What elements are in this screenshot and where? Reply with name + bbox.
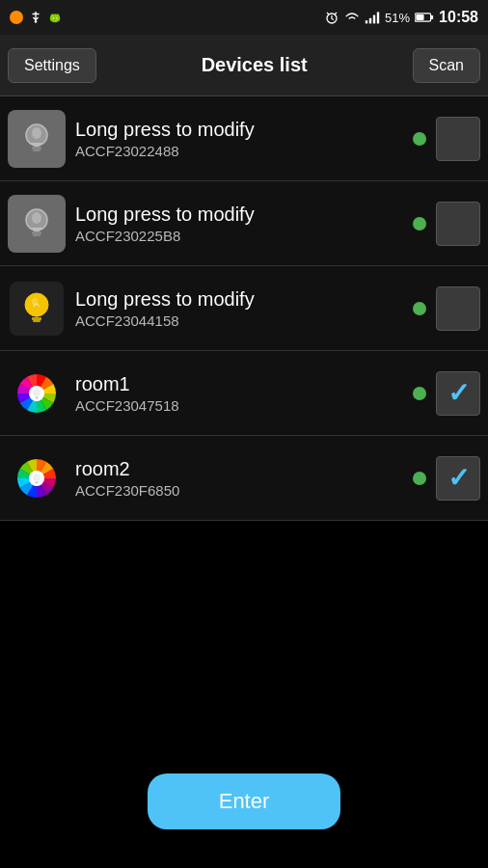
- device-checkbox-1[interactable]: [436, 117, 480, 161]
- svg-rect-15: [416, 14, 423, 20]
- svg-rect-19: [33, 149, 41, 151]
- status-bar-left: [10, 11, 62, 24]
- device-checkbox-4[interactable]: [436, 371, 480, 416]
- svg-rect-34: [36, 397, 39, 399]
- device-icon-3: [8, 280, 66, 338]
- android-icon: [48, 11, 62, 24]
- device-mac: ACCF230F6850: [75, 482, 403, 499]
- online-indicator: [413, 472, 426, 485]
- device-info-3: Long press to modify ACCF23044158: [75, 287, 403, 329]
- scan-button[interactable]: Scan: [413, 48, 480, 83]
- svg-rect-3: [51, 16, 60, 20]
- app-header: Settings Devices list Scan: [0, 35, 488, 96]
- device-mac: ACCF230225B8: [75, 228, 403, 244]
- bulb-icon: [10, 197, 64, 251]
- device-icon-4: [8, 365, 66, 422]
- color-wheel-2-icon: [10, 451, 64, 505]
- device-checkbox-5[interactable]: [436, 456, 480, 501]
- bulb-icon: [10, 112, 64, 166]
- device-checkbox-2[interactable]: [436, 202, 480, 246]
- wifi-icon: [344, 11, 360, 24]
- svg-rect-9: [366, 20, 367, 23]
- device-mac: ACCF23022488: [75, 143, 403, 159]
- online-indicator: [413, 132, 426, 146]
- device-name: room2: [75, 457, 403, 480]
- settings-button[interactable]: Settings: [8, 48, 96, 83]
- signal-icon: [365, 11, 380, 24]
- device-info-4: room1 ACCF23047518: [75, 372, 403, 414]
- svg-rect-10: [369, 18, 371, 24]
- svg-point-20: [32, 127, 41, 139]
- online-indicator: [413, 387, 426, 400]
- svg-rect-18: [32, 147, 41, 149]
- svg-rect-28: [32, 317, 41, 320]
- device-icon-2: [8, 195, 66, 253]
- svg-point-1: [35, 20, 38, 23]
- svg-point-7: [56, 17, 57, 18]
- enter-button[interactable]: Enter: [148, 773, 340, 829]
- svg-rect-24: [33, 234, 41, 236]
- bulb-yellow-icon: [10, 282, 64, 336]
- device-info-1: Long press to modify ACCF23022488: [75, 118, 403, 159]
- svg-rect-14: [431, 15, 434, 19]
- svg-point-0: [10, 11, 23, 24]
- svg-point-37: [33, 474, 41, 481]
- svg-rect-29: [33, 320, 41, 322]
- carrier-icon: [10, 11, 23, 24]
- svg-rect-23: [32, 231, 41, 234]
- svg-rect-12: [377, 12, 379, 23]
- svg-point-33: [33, 389, 41, 396]
- status-bar-right: 51% 10:58: [324, 9, 478, 26]
- online-indicator: [413, 217, 426, 231]
- device-info-5: room2 ACCF230F6850: [75, 457, 403, 499]
- svg-rect-38: [36, 482, 39, 484]
- color-wheel-icon: [10, 366, 64, 420]
- status-time: 10:58: [439, 9, 478, 26]
- list-item: Long press to modify ACCF230225B8: [0, 181, 488, 266]
- svg-point-6: [53, 17, 54, 18]
- usb-icon: [29, 11, 42, 24]
- device-icon-5: [8, 449, 66, 507]
- device-name: Long press to modify: [75, 287, 403, 311]
- list-item: room2 ACCF230F6850: [0, 436, 488, 521]
- alarm-icon: [324, 10, 339, 25]
- device-mac: ACCF23047518: [75, 397, 403, 414]
- svg-point-27: [25, 293, 48, 316]
- status-bar: 51% 10:58: [0, 0, 488, 35]
- device-mac: ACCF23044158: [75, 312, 403, 329]
- list-item: Long press to modify ACCF23022488: [0, 96, 488, 181]
- device-name: Long press to modify: [75, 118, 403, 141]
- device-name: room1: [75, 372, 403, 395]
- svg-point-25: [32, 212, 41, 224]
- list-item: Long press to modify ACCF23044158: [0, 266, 488, 351]
- device-info-2: Long press to modify ACCF230225B8: [75, 203, 403, 244]
- page-title: Devices list: [202, 54, 308, 76]
- svg-rect-11: [373, 15, 375, 24]
- online-indicator: [413, 302, 426, 315]
- battery-icon: [415, 11, 434, 24]
- device-list: Long press to modify ACCF23022488 Long p…: [0, 96, 488, 521]
- enter-button-container: Enter: [148, 773, 340, 829]
- device-name: Long press to modify: [75, 203, 403, 226]
- device-checkbox-3[interactable]: [436, 286, 480, 331]
- list-item: room1 ACCF23047518: [0, 351, 488, 436]
- battery-percent: 51%: [385, 11, 410, 25]
- device-icon-1: [8, 110, 66, 168]
